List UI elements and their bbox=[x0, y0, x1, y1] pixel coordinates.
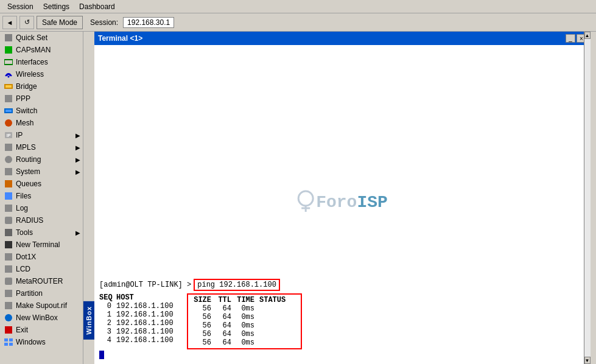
reconnect-button[interactable]: ↺ bbox=[19, 16, 34, 29]
sidebar-item-mpls[interactable]: MPLS ▶ bbox=[0, 141, 83, 153]
ping-right-table: SIZE TTL TIME STATUS 56 64 0ms bbox=[187, 293, 302, 349]
menu-session[interactable]: Session bbox=[2, 1, 38, 12]
ping-header-left: SEQ HOST bbox=[99, 293, 177, 302]
table-row: 2 192.168.1.100 bbox=[99, 319, 177, 327]
sidebar-item-mesh[interactable]: Mesh bbox=[0, 117, 83, 129]
sidebar-item-log[interactable]: Log bbox=[0, 202, 83, 214]
back-button[interactable]: ◄ bbox=[2, 16, 17, 29]
safe-mode-button[interactable]: Safe Mode bbox=[37, 16, 83, 29]
header-seq: SEQ bbox=[99, 293, 111, 302]
row2-seq: 2 bbox=[99, 319, 111, 327]
sidebar-label-new-terminal: New Terminal bbox=[16, 240, 60, 249]
sidebar-label-queues: Queues bbox=[16, 180, 41, 188]
row3-host: 192.168.1.100 bbox=[116, 327, 177, 336]
svg-text:IP: IP bbox=[7, 133, 11, 138]
row4-seq: 4 bbox=[99, 336, 111, 345]
winbox-label[interactable]: WinBox bbox=[83, 301, 94, 340]
routing-arrow: ▶ bbox=[75, 156, 80, 163]
watermark-foro: Foro bbox=[316, 193, 357, 212]
sidebar-label-lcd: LCD bbox=[16, 265, 30, 273]
ip-icon: IP bbox=[4, 130, 13, 140]
table-row: 4 192.168.1.100 bbox=[99, 336, 177, 345]
row1-size: 56 bbox=[193, 313, 211, 321]
sidebar-item-lcd[interactable]: LCD bbox=[0, 263, 83, 275]
sidebar-item-metarouter[interactable]: MetaROUTER bbox=[0, 275, 83, 287]
table-row: 1 192.168.1.100 bbox=[99, 310, 177, 319]
sidebar-label-windows: Windows bbox=[16, 338, 46, 346]
menu-settings[interactable]: Settings bbox=[38, 1, 74, 12]
sidebar-item-capsman[interactable]: CAPsMAN bbox=[0, 44, 83, 56]
row3-size: 56 bbox=[193, 330, 211, 338]
sidebar-item-partition[interactable]: Partition bbox=[0, 287, 83, 299]
prompt-line: [admin@OLT TP-LINK] > ping 192.168.1.100 bbox=[99, 279, 585, 291]
mpls-arrow: ▶ bbox=[75, 144, 80, 151]
row2-host: 192.168.1.100 bbox=[116, 319, 177, 327]
svg-rect-7 bbox=[9, 343, 13, 346]
svg-point-8 bbox=[298, 191, 313, 206]
sidebar-item-wireless[interactable]: Wireless bbox=[0, 68, 83, 80]
sidebar-item-queues[interactable]: Queues bbox=[0, 178, 83, 190]
menu-dashboard[interactable]: Dashboard bbox=[74, 1, 120, 12]
row3-time: 0ms bbox=[236, 330, 254, 338]
svg-rect-5 bbox=[9, 338, 13, 341]
row0-seq: 0 bbox=[99, 302, 111, 310]
sidebar-item-windows[interactable]: Windows ▶ bbox=[0, 336, 83, 348]
row4-host: 192.168.1.100 bbox=[116, 336, 177, 345]
terminal-body[interactable]: ForoISP [admin@OLT TP-LINK] > ping 192.1… bbox=[94, 45, 590, 364]
sidebar-item-switch[interactable]: Switch bbox=[0, 105, 83, 117]
sidebar-item-radius[interactable]: RADIUS bbox=[0, 214, 83, 226]
cursor-block bbox=[99, 351, 104, 359]
bridge-icon bbox=[4, 82, 13, 91]
sidebar-item-interfaces[interactable]: Interfaces bbox=[0, 56, 83, 68]
lcd-icon bbox=[4, 264, 13, 274]
sidebar-item-new-terminal[interactable]: New Terminal bbox=[0, 239, 83, 251]
sidebar-item-bridge[interactable]: Bridge bbox=[0, 80, 83, 93]
main-layout: Quick Set CAPsMAN Interfaces bbox=[0, 32, 596, 364]
dot1x-icon bbox=[4, 252, 13, 262]
row1-ttl: 64 bbox=[216, 313, 231, 321]
sidebar-item-new-winbox[interactable]: New WinBox bbox=[0, 312, 83, 324]
sidebar-label-ip: IP bbox=[16, 131, 23, 139]
table-row: 56 64 0ms bbox=[193, 304, 296, 313]
svg-rect-0 bbox=[4, 60, 13, 65]
sidebar-item-routing[interactable]: Routing ▶ bbox=[0, 153, 83, 166]
sidebar-label-switch: Switch bbox=[16, 107, 37, 115]
sidebar-item-tools[interactable]: Tools ▶ bbox=[0, 226, 83, 239]
sidebar-item-ppp[interactable]: PPP bbox=[0, 93, 83, 105]
scroll-down-button[interactable]: ▼ bbox=[584, 357, 591, 364]
partition-icon bbox=[4, 289, 13, 298]
svg-rect-6 bbox=[4, 343, 8, 346]
exit-icon bbox=[4, 325, 13, 335]
sidebar-item-ip[interactable]: IP IP ▶ bbox=[0, 129, 83, 141]
watermark-isp: ISP bbox=[357, 193, 387, 212]
row0-time: 0ms bbox=[236, 304, 254, 313]
sidebar-item-quick-set[interactable]: Quick Set bbox=[0, 32, 83, 44]
interfaces-icon bbox=[4, 57, 13, 67]
sidebar-item-dot1x[interactable]: Dot1X bbox=[0, 251, 83, 263]
sidebar-label-log: Log bbox=[16, 204, 28, 212]
sidebar: Quick Set CAPsMAN Interfaces bbox=[0, 32, 83, 364]
sidebar-label-system: System bbox=[16, 167, 40, 176]
sidebar-item-system[interactable]: System ▶ bbox=[0, 166, 83, 178]
svg-rect-4 bbox=[4, 338, 8, 341]
row1-seq: 1 bbox=[99, 310, 111, 319]
content-area: WinBox Terminal <1> _ × bbox=[83, 32, 596, 364]
sidebar-item-files[interactable]: Files bbox=[0, 190, 83, 202]
terminal-output: [admin@OLT TP-LINK] > ping 192.168.1.100… bbox=[99, 279, 585, 359]
ppp-icon bbox=[4, 94, 13, 103]
terminal-scrollbar: ▲ ▼ bbox=[584, 45, 590, 364]
sidebar-label-routing: Routing bbox=[16, 155, 41, 164]
mesh-icon bbox=[4, 118, 13, 128]
metarouter-icon bbox=[4, 276, 13, 286]
scroll-track[interactable] bbox=[584, 45, 591, 357]
terminal-controls: _ × bbox=[566, 34, 586, 43]
sidebar-item-exit[interactable]: Exit bbox=[0, 324, 83, 336]
log-icon bbox=[4, 203, 13, 213]
table-row: 56 64 0ms bbox=[193, 338, 296, 347]
sidebar-label-make-supout: Make Supout.rif bbox=[16, 301, 67, 310]
sidebar-label-radius: RADIUS bbox=[16, 216, 43, 225]
sidebar-item-make-supout[interactable]: Make Supout.rif bbox=[0, 299, 83, 312]
mpls-icon bbox=[4, 142, 13, 152]
session-label: Session: bbox=[90, 18, 118, 27]
terminal-minimize-button[interactable]: _ bbox=[566, 34, 575, 43]
